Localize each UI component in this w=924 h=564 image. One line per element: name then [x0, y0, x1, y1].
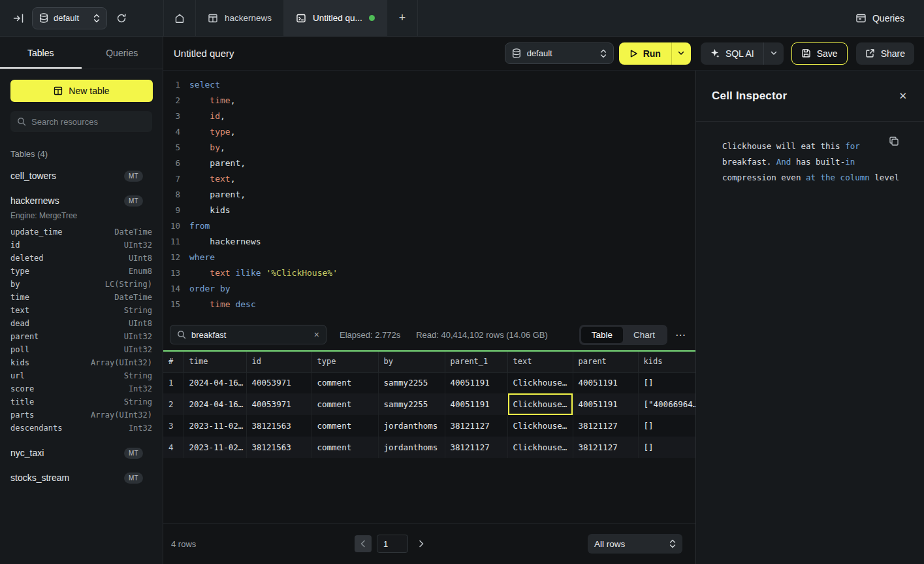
column-header[interactable]: # [163, 351, 183, 372]
page-size-selector[interactable]: All rows [588, 534, 682, 554]
table-cell[interactable]: [] [638, 372, 695, 393]
code-line[interactable]: 3 id, [163, 108, 695, 124]
column-header[interactable]: text [507, 351, 573, 372]
sidebar-tab-tables[interactable]: Tables [0, 37, 82, 69]
new-table-button[interactable]: New table [10, 80, 153, 102]
row-number-cell[interactable]: 2 [163, 393, 183, 415]
run-button[interactable]: Run [619, 42, 671, 65]
column-header[interactable]: time [183, 351, 246, 372]
code-line[interactable]: 4 type, [163, 124, 695, 140]
column-row[interactable]: timeDateTime [0, 291, 163, 304]
refresh-icon[interactable] [116, 13, 127, 24]
column-header[interactable]: kids [638, 351, 695, 372]
results-search[interactable]: × [170, 325, 327, 344]
page-number-input[interactable] [377, 535, 408, 553]
column-row[interactable]: kidsArray(UInt32) [0, 356, 163, 369]
column-row[interactable]: typeEnum8 [0, 265, 163, 278]
table-cell[interactable]: comment [311, 393, 378, 415]
row-number-cell[interactable]: 3 [163, 415, 183, 437]
table-cell[interactable]: 38121563 [246, 437, 311, 458]
topbar-database-selector[interactable]: default [32, 7, 107, 29]
table-cell[interactable]: 38121127 [573, 437, 638, 458]
table-cell[interactable]: 2023-11-02… [183, 437, 246, 458]
table-cell[interactable]: 40051191 [573, 372, 638, 393]
run-options-caret[interactable] [671, 42, 691, 65]
code-line[interactable]: 11 hackernews [163, 234, 695, 250]
sidebar-table-stocks-stream[interactable]: stocks_stream MT [0, 470, 163, 486]
clear-search-icon[interactable]: × [314, 330, 319, 339]
code-line[interactable]: 6 parent, [163, 156, 695, 171]
column-row[interactable]: textString [0, 304, 163, 317]
row-number-cell[interactable]: 4 [163, 437, 183, 458]
next-page-button[interactable] [419, 540, 424, 548]
view-chart-button[interactable]: Chart [623, 327, 665, 343]
code-line[interactable]: 2 time, [163, 93, 695, 108]
table-cell[interactable]: Clickhouse… [507, 415, 573, 437]
row-number-cell[interactable]: 1 [163, 372, 183, 393]
table-cell[interactable]: Clickhouse… [507, 437, 573, 458]
column-row[interactable]: titleString [0, 395, 163, 408]
table-cell[interactable]: 2023-11-02… [183, 415, 246, 437]
queries-button[interactable]: Queries [855, 13, 904, 24]
tab-hackernews[interactable]: hackernews [196, 0, 284, 36]
copy-icon[interactable] [889, 136, 899, 146]
expand-sidebar-icon[interactable] [13, 13, 24, 24]
column-row[interactable]: pollUInt32 [0, 343, 163, 356]
table-cell[interactable]: 38121127 [573, 415, 638, 437]
table-cell[interactable]: 40053971 [246, 393, 311, 415]
code-line[interactable]: 8 parent, [163, 187, 695, 203]
column-row[interactable]: urlString [0, 369, 163, 382]
code-line[interactable]: 15 time desc [163, 297, 695, 312]
column-row[interactable]: deletedUInt8 [0, 252, 163, 265]
more-options-icon[interactable]: ⋯ [675, 329, 686, 341]
table-cell[interactable]: comment [311, 415, 378, 437]
sidebar-tab-queries[interactable]: Queries [82, 37, 163, 69]
code-line[interactable]: 13 text ilike '%ClickHouse%' [163, 265, 695, 281]
table-cell[interactable]: 40051191 [445, 393, 507, 415]
column-row[interactable]: scoreInt32 [0, 382, 163, 395]
table-cell[interactable]: sammy2255 [378, 372, 445, 393]
view-table-button[interactable]: Table [581, 327, 623, 343]
sql-ai-button[interactable]: SQL AI [701, 42, 763, 65]
table-cell[interactable]: 38121563 [246, 415, 311, 437]
sidebar-table-nyc-taxi[interactable]: nyc_taxi MT [0, 445, 163, 461]
column-row[interactable]: idUInt32 [0, 239, 163, 252]
table-cell[interactable]: 38121127 [445, 437, 507, 458]
table-cell[interactable]: Clickhouse… [507, 393, 573, 415]
code-line[interactable]: 12where [163, 250, 695, 265]
table-cell[interactable]: 40051191 [573, 393, 638, 415]
column-row[interactable]: descendantsInt32 [0, 422, 163, 435]
code-line[interactable]: 1select [163, 77, 695, 93]
sidebar-table-hackernews[interactable]: hackernews MT [0, 193, 163, 208]
code-line[interactable]: 5 by, [163, 140, 695, 156]
table-cell[interactable]: comment [311, 372, 378, 393]
database-selector[interactable]: default [505, 42, 614, 64]
column-row[interactable]: partsArray(UInt32) [0, 408, 163, 422]
code-line[interactable]: 14order by [163, 281, 695, 297]
table-cell[interactable]: jordanthoms [378, 415, 445, 437]
table-cell[interactable]: Clickhouse… [507, 372, 573, 393]
save-button[interactable]: Save [791, 42, 848, 65]
table-cell[interactable]: 2024-04-16… [183, 393, 246, 415]
tab-untitled-query[interactable]: Untitled qu... [284, 0, 387, 36]
column-row[interactable]: update_timeDateTime [0, 225, 163, 239]
results-search-input[interactable] [191, 330, 309, 340]
code-line[interactable]: 7 text, [163, 171, 695, 187]
close-icon[interactable]: ✕ [899, 90, 907, 102]
table-cell[interactable]: 38121127 [445, 415, 507, 437]
table-cell[interactable]: 40051191 [445, 372, 507, 393]
sidebar-search[interactable] [10, 111, 152, 132]
sql-editor[interactable]: 1select2 time,3 id,4 type,5 by,6 parent,… [163, 71, 695, 319]
column-row[interactable]: byLC(String) [0, 278, 163, 291]
table-cell[interactable]: sammy2255 [378, 393, 445, 415]
new-tab-button[interactable]: + [387, 0, 419, 36]
column-row[interactable]: parentUInt32 [0, 330, 163, 343]
sidebar-search-input[interactable] [31, 117, 146, 127]
sidebar-table-cell-towers[interactable]: cell_towers MT [0, 168, 163, 184]
table-cell[interactable]: jordanthoms [378, 437, 445, 458]
column-row[interactable]: deadUInt8 [0, 317, 163, 330]
table-cell[interactable]: [] [638, 437, 695, 458]
column-header[interactable]: id [246, 351, 311, 372]
table-cell[interactable]: comment [311, 437, 378, 458]
code-line[interactable]: 10from [163, 218, 695, 234]
